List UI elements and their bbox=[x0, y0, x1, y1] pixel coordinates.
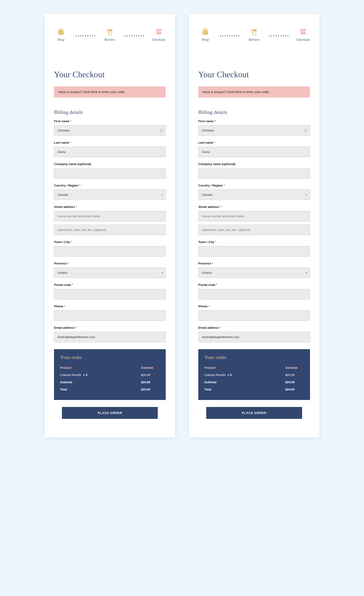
postal-input[interactable] bbox=[198, 289, 310, 299]
checkout-page: Shop Review Checkout Your Checkout Have … bbox=[45, 14, 175, 438]
order-item-name: Colored Pencils bbox=[204, 373, 225, 377]
country-select[interactable]: Canada ▾ bbox=[54, 189, 166, 200]
first-name-label: First name * bbox=[198, 119, 310, 123]
first-name-input[interactable] bbox=[198, 125, 310, 136]
step-review-label: Review bbox=[249, 38, 260, 42]
phone-label: Phone * bbox=[54, 305, 166, 308]
street-field: Street address * bbox=[54, 205, 166, 235]
coupon-bar[interactable]: Have a coupon? Click here to enter your … bbox=[54, 86, 166, 97]
last-name-input[interactable] bbox=[198, 147, 310, 157]
email-input[interactable] bbox=[198, 332, 310, 342]
city-label: Town / City * bbox=[198, 240, 310, 244]
country-value: Canada bbox=[202, 193, 213, 196]
phone-input[interactable] bbox=[198, 310, 310, 321]
email-field: Email address * bbox=[198, 326, 310, 342]
cart-icon bbox=[250, 28, 258, 35]
province-value: Ontario bbox=[58, 271, 67, 275]
country-field: Country / Region * Canada ▾ bbox=[54, 184, 166, 200]
step-review[interactable]: Review bbox=[103, 28, 117, 42]
street1-input[interactable] bbox=[54, 211, 166, 221]
province-select[interactable]: Ontario ▾ bbox=[198, 268, 310, 278]
first-name-field: First name * bbox=[198, 119, 310, 136]
order-total-row: Total $24.00 bbox=[204, 386, 304, 393]
country-field: Country / Region * Canada ▾ bbox=[198, 184, 310, 200]
company-input[interactable] bbox=[54, 168, 166, 179]
order-item-name: Colored Pencils bbox=[60, 373, 81, 377]
step-shop[interactable]: Shop bbox=[54, 28, 68, 42]
step-checkout[interactable]: Checkout bbox=[296, 28, 310, 42]
contact-icon bbox=[160, 129, 163, 132]
step-review-label: Review bbox=[104, 38, 115, 42]
street1-input[interactable] bbox=[198, 211, 310, 221]
cart-icon bbox=[106, 28, 114, 35]
order-subtotal-value: $24.00 bbox=[141, 380, 160, 384]
page-title: Your Checkout bbox=[198, 70, 310, 79]
step-review[interactable]: Review bbox=[247, 28, 261, 42]
company-field: Company name (optional) bbox=[198, 162, 310, 179]
phone-label: Phone * bbox=[198, 305, 310, 308]
city-input[interactable] bbox=[54, 246, 166, 257]
phone-field: Phone * bbox=[198, 305, 310, 321]
phone-input[interactable] bbox=[54, 310, 166, 321]
store-icon bbox=[155, 28, 163, 35]
place-order-button[interactable]: PLACE ORDER bbox=[206, 407, 302, 419]
order-subtotal-label: Subtotal bbox=[60, 380, 72, 384]
checkout-page: Shop Review Checkout Your Checkout Have … bbox=[189, 14, 319, 438]
first-name-input[interactable] bbox=[54, 125, 166, 136]
stepper: Shop Review Checkout bbox=[198, 28, 310, 42]
street-label: Street address * bbox=[54, 205, 166, 209]
city-input[interactable] bbox=[198, 246, 310, 257]
country-label: Country / Region * bbox=[54, 184, 166, 187]
province-field: Province * Ontario ▾ bbox=[54, 262, 166, 278]
email-input[interactable] bbox=[54, 332, 166, 342]
order-total-value: $24.00 bbox=[141, 388, 160, 391]
city-field: Town / City * bbox=[198, 240, 310, 257]
order-item-price: $24.00 bbox=[141, 373, 160, 377]
step-shop-label: Shop bbox=[202, 38, 209, 42]
street-label: Street address * bbox=[198, 205, 310, 209]
order-item-qty: × 3 bbox=[83, 373, 87, 377]
street2-input[interactable] bbox=[198, 225, 310, 235]
step-shop[interactable]: Shop bbox=[198, 28, 212, 42]
last-name-input[interactable] bbox=[54, 147, 166, 157]
order-item-row: Colored Pencils × 3 $24.00 bbox=[60, 371, 160, 379]
postal-input[interactable] bbox=[54, 289, 166, 299]
city-field: Town / City * bbox=[54, 240, 166, 257]
street-field: Street address * bbox=[198, 205, 310, 235]
country-value: Canada bbox=[58, 193, 68, 196]
step-checkout[interactable]: Checkout bbox=[152, 28, 166, 42]
order-header-row: Product Subtotal bbox=[204, 364, 304, 371]
order-subtotal-row: Subtotal $24.00 bbox=[204, 379, 304, 386]
step-shop-label: Shop bbox=[58, 38, 65, 42]
page-title: Your Checkout bbox=[54, 70, 166, 79]
place-order-button[interactable]: PLACE ORDER bbox=[62, 407, 158, 419]
order-title: Your order bbox=[60, 354, 160, 360]
company-input[interactable] bbox=[198, 168, 310, 179]
billing-heading: Billing details bbox=[54, 109, 166, 115]
order-item-qty: × 3 bbox=[227, 373, 231, 377]
coupon-bar[interactable]: Have a coupon? Click here to enter your … bbox=[198, 86, 310, 97]
province-field: Province * Ontario ▾ bbox=[198, 262, 310, 278]
postal-field: Postal code * bbox=[198, 283, 310, 299]
chevron-down-icon: ▾ bbox=[306, 194, 307, 196]
order-total-label: Total bbox=[60, 388, 67, 391]
order-item-row: Colored Pencils × 3 $24.00 bbox=[204, 371, 304, 379]
street2-input[interactable] bbox=[54, 225, 166, 235]
country-select[interactable]: Canada ▾ bbox=[198, 189, 310, 200]
province-select[interactable]: Ontario ▾ bbox=[54, 268, 166, 278]
chevron-down-icon: ▾ bbox=[162, 271, 163, 274]
order-subtotal-row: Subtotal $24.00 bbox=[60, 379, 160, 386]
province-label: Province * bbox=[198, 262, 310, 265]
order-head-subtotal: Subtotal bbox=[141, 366, 160, 369]
contact-icon bbox=[305, 129, 307, 132]
order-title: Your order bbox=[204, 354, 304, 360]
stepper-dots bbox=[70, 34, 101, 36]
order-head-product: Product bbox=[60, 366, 71, 369]
phone-field: Phone * bbox=[54, 305, 166, 321]
order-total-value: $24.00 bbox=[285, 388, 304, 391]
last-name-field: Last name * bbox=[198, 141, 310, 157]
country-label: Country / Region * bbox=[198, 184, 310, 187]
province-value: Ontario bbox=[202, 271, 212, 275]
order-total-label: Total bbox=[204, 388, 211, 391]
stepper-dots bbox=[119, 34, 150, 36]
